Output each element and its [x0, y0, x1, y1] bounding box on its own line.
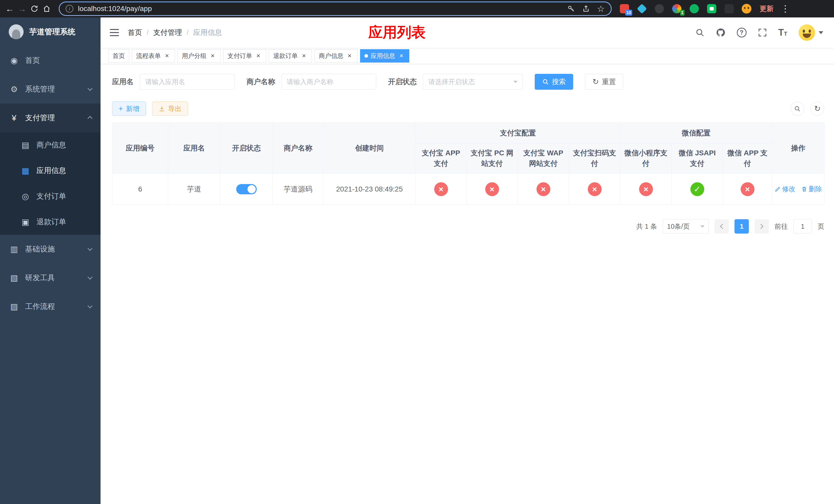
- font-size-icon[interactable]: TT: [778, 28, 787, 37]
- filter-bar: 应用名 商户名称 开启状态 请选择开启状态 搜索: [112, 74, 824, 90]
- page-size-select[interactable]: 10条/页: [663, 219, 709, 233]
- help-icon[interactable]: ?: [737, 28, 747, 38]
- col-header-alipay-qr: 支付宝扫码支付: [569, 143, 620, 174]
- sidebar: 芋道管理系统 ◉ 首页 ⚙ 系统管理 ¥ 支付管理 ▤ 商户信息 ▦ 应用信息: [0, 18, 101, 504]
- sidebar-item-workflow[interactable]: ▨ 工作流程: [0, 292, 101, 321]
- bookmark-star-icon[interactable]: ☆: [597, 4, 605, 13]
- tab-close-icon[interactable]: ×: [300, 52, 307, 60]
- avatar: [798, 24, 815, 41]
- extension-badge: 1: [680, 10, 684, 16]
- export-button[interactable]: 导出: [152, 101, 188, 116]
- app-name-input[interactable]: [140, 74, 235, 90]
- extension-icon-2[interactable]: [637, 3, 647, 14]
- browser-back-icon[interactable]: ←: [4, 3, 16, 15]
- order-icon: ◎: [20, 191, 31, 201]
- url-text: localhost:1024/pay/app: [78, 5, 563, 13]
- sidebar-collapse-button[interactable]: [110, 29, 119, 36]
- cell-wechat-app-status: ×: [723, 174, 772, 205]
- add-button[interactable]: + 新增: [112, 101, 146, 116]
- dashboard-icon: ◉: [9, 55, 20, 65]
- col-header-app-name: 应用名: [168, 123, 220, 174]
- tags-view: 首页流程表单×用户分组×支付订单×退款订单×商户信息×应用信息×: [101, 48, 834, 64]
- caret-down-icon: [819, 31, 823, 34]
- toggle-search-button[interactable]: [790, 102, 804, 116]
- sidebar-item-payment[interactable]: ¥ 支付管理: [0, 104, 101, 132]
- search-icon[interactable]: [695, 28, 704, 37]
- sidebar-item-pay-order[interactable]: ◎ 支付订单: [0, 184, 101, 209]
- content: 应用名 商户名称 开启状态 请选择开启状态 搜索: [101, 64, 834, 233]
- tab-0[interactable]: 首页: [108, 49, 129, 63]
- sidebar-item-refund-order[interactable]: ▣ 退款订单: [0, 209, 101, 235]
- col-header-alipay-app: 支付宝 APP 支付: [416, 143, 466, 174]
- cell-app-name: 芋道: [168, 174, 220, 205]
- chevron-down-icon: [700, 225, 704, 228]
- app-logo: 芋道管理系统: [0, 18, 101, 46]
- tab-6[interactable]: 应用信息×: [360, 49, 409, 63]
- extension-icon-1[interactable]: 10: [619, 3, 630, 14]
- tab-close-icon[interactable]: ×: [209, 52, 216, 60]
- sidebar-item-label: 支付管理: [25, 113, 55, 123]
- tab-4[interactable]: 退款订单×: [269, 49, 312, 63]
- extension-icon-4[interactable]: 1: [672, 3, 682, 14]
- fullscreen-icon[interactable]: [758, 28, 767, 37]
- search-button-label: 搜索: [552, 77, 566, 86]
- top-navbar: 首页 / 支付管理 / 应用信息 应用列表 ? TT: [101, 18, 834, 48]
- sidebar-item-app-info[interactable]: ▦ 应用信息: [0, 158, 101, 184]
- extension-icon-6[interactable]: [706, 3, 717, 14]
- extension-icon-7[interactable]: [724, 3, 734, 14]
- user-menu[interactable]: [798, 24, 823, 41]
- row-enabled-switch[interactable]: [236, 184, 257, 194]
- browser-update-button[interactable]: 更新: [760, 4, 773, 13]
- main-area: 首页 / 支付管理 / 应用信息 应用列表 ? TT: [101, 18, 834, 504]
- tab-close-icon[interactable]: ×: [255, 52, 262, 60]
- search-button[interactable]: 搜索: [535, 74, 573, 90]
- yen-icon: ¥: [9, 113, 20, 123]
- tab-3[interactable]: 支付订单×: [223, 49, 266, 63]
- tab-2[interactable]: 用户分组×: [177, 49, 221, 63]
- app-frame: 芋道管理系统 ◉ 首页 ⚙ 系统管理 ¥ 支付管理 ▤ 商户信息 ▦ 应用信息: [0, 18, 834, 504]
- address-bar[interactable]: i localhost:1024/pay/app ☆: [60, 2, 611, 15]
- table-refresh-button[interactable]: ↻: [810, 102, 824, 116]
- merchant-name-input[interactable]: [281, 74, 376, 90]
- tab-1[interactable]: 流程表单×: [132, 49, 175, 63]
- browser-reload-icon[interactable]: [28, 3, 41, 15]
- sidebar-item-system[interactable]: ⚙ 系统管理: [0, 75, 101, 104]
- breadcrumb-home[interactable]: 首页: [128, 28, 142, 38]
- delete-button[interactable]: 删除: [801, 185, 822, 193]
- page-number-button[interactable]: 1: [734, 219, 749, 233]
- cell-app-id: 6: [112, 174, 168, 205]
- sidebar-item-merchant-info[interactable]: ▤ 商户信息: [0, 132, 101, 158]
- cell-wechat-jsapi-status: ✓: [672, 174, 723, 205]
- status-select[interactable]: 请选择开启状态: [423, 74, 523, 90]
- sidebar-item-home[interactable]: ◉ 首页: [0, 46, 101, 75]
- sidebar-item-devtools[interactable]: ▧ 研发工具: [0, 264, 101, 292]
- pagination: 共 1 条 10条/页 1 前往 页: [112, 219, 824, 233]
- cell-wechat-mini-status: ×: [620, 174, 672, 205]
- goto-page-input[interactable]: [793, 219, 812, 233]
- edit-button[interactable]: 修改: [774, 185, 795, 193]
- prev-page-button[interactable]: [715, 219, 729, 233]
- tab-5[interactable]: 商户信息×: [314, 49, 357, 63]
- next-page-button[interactable]: [754, 219, 769, 233]
- sidebar-item-infra[interactable]: ▥ 基础设施: [0, 235, 101, 264]
- cell-alipay-app-status: ×: [416, 174, 466, 205]
- breadcrumb-section[interactable]: 支付管理: [153, 28, 182, 38]
- extension-icon-5[interactable]: [689, 3, 700, 14]
- refresh-icon: ↻: [814, 105, 820, 113]
- site-info-icon[interactable]: i: [66, 5, 73, 13]
- browser-menu-icon[interactable]: ⋮: [781, 3, 787, 14]
- extension-icon-3[interactable]: [654, 3, 665, 14]
- browser-home-icon[interactable]: [41, 3, 53, 15]
- tab-close-icon[interactable]: ×: [163, 52, 171, 60]
- cell-actions: 修改 删除: [772, 174, 825, 205]
- password-key-icon[interactable]: [567, 5, 575, 13]
- extension-icon-8[interactable]: [741, 3, 752, 14]
- col-header-actions: 操作: [772, 123, 825, 174]
- browser-forward-icon[interactable]: →: [16, 3, 28, 15]
- col-header-merchant: 商户名称: [273, 123, 323, 174]
- reset-button[interactable]: ↻ 重置: [585, 74, 623, 90]
- tab-close-icon[interactable]: ×: [398, 52, 405, 60]
- github-icon[interactable]: [716, 28, 725, 38]
- tab-close-icon[interactable]: ×: [346, 52, 353, 60]
- share-icon[interactable]: [582, 5, 590, 13]
